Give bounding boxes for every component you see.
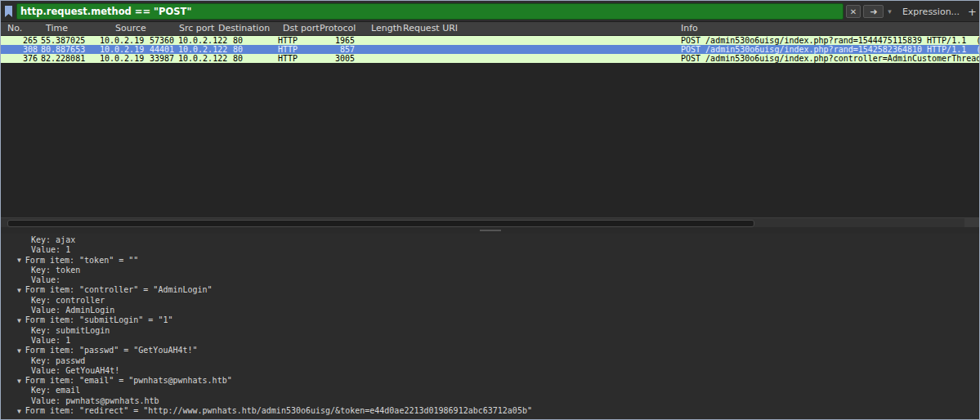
packet-cell-source: 10.0.2.19	[100, 54, 144, 63]
detail-text: Key: token	[31, 266, 80, 275]
packet-cell-length: 3005	[322, 54, 355, 63]
apply-filter-button[interactable]: ➜	[863, 5, 884, 18]
packet-cell-src_port: 44401	[140, 45, 174, 54]
expand-arrow-icon[interactable]: ▼	[17, 317, 21, 324]
detail-text: Form item: "controller" = "AdminLogin"	[25, 285, 213, 294]
packet-cell-dst_port: 80	[222, 45, 243, 54]
packet-cell-protocol: HTTP	[278, 36, 298, 45]
detail-line[interactable]: Value: AdminLogin	[1, 306, 979, 315]
detail-line[interactable]: Key: passwd	[1, 356, 979, 366]
detail-text: Value:	[31, 275, 60, 284]
detail-line[interactable]: Key: submitLogin	[1, 326, 979, 336]
detail-text: Key: ajax	[31, 235, 75, 244]
packet-list-header: No.TimeSourceSrc portDestinationDst port…	[1, 22, 979, 36]
column-header-dst-port[interactable]: Dst port	[283, 23, 320, 34]
wireshark-window: http.request.method == "POST" ✕ ➜ ▾ Expr…	[0, 0, 980, 420]
detail-text: Key: submitLogin	[31, 326, 110, 335]
column-header-length[interactable]: Length	[371, 23, 402, 34]
detail-line[interactable]: Key: ajax	[1, 235, 979, 245]
detail-text: Value: AdminLogin	[31, 306, 114, 315]
detail-text: Key: passwd	[31, 356, 85, 365]
column-header-protocol[interactable]: Protocol	[320, 23, 356, 34]
packet-cell-dst_port: 80	[222, 36, 243, 45]
clear-filter-button[interactable]: ✕	[846, 5, 861, 18]
packet-cell-no: 308	[1, 45, 38, 54]
packet-cell-time: 82.228081	[41, 54, 85, 63]
packet-cell-protocol: HTTP	[278, 54, 298, 63]
bookmark-icon[interactable]	[2, 4, 14, 19]
detail-text: Form item: "email" = "pwnhats@pwnhats.ht…	[25, 376, 232, 385]
column-header-destination[interactable]: Destination	[218, 23, 270, 34]
packet-row[interactable]: 30880.88765310.0.2.194440110.0.2.12280HT…	[1, 45, 979, 54]
packet-details-pane: Key: ajaxValue: 1▼Form item: "token" = "…	[1, 234, 979, 420]
column-header-src-port[interactable]: Src port	[179, 23, 214, 34]
filter-history-caret-icon[interactable]: ▾	[886, 7, 893, 16]
detail-text: Value: pwnhats@pwnhats.htb	[31, 396, 159, 405]
form-item-row[interactable]: ▼Form item: "token" = ""	[1, 256, 979, 266]
packet-cell-length: 1965	[322, 36, 355, 45]
packet-cell-no: 376	[1, 54, 38, 63]
expand-arrow-icon[interactable]: ▼	[17, 257, 21, 264]
display-filter-text: http.request.method == "POST"	[20, 6, 191, 17]
packet-list-pane: No.TimeSourceSrc portDestinationDst port…	[1, 22, 979, 227]
detail-line[interactable]: Value:	[1, 275, 979, 285]
scrollbar-thumb[interactable]	[7, 220, 754, 227]
detail-line[interactable]: Value: 1	[1, 245, 979, 255]
form-item-row[interactable]: ▼Form item: "redirect" = "http://www.pwn…	[1, 406, 979, 416]
column-header-time[interactable]: Time	[46, 23, 68, 34]
expand-arrow-icon[interactable]: ▼	[17, 287, 21, 294]
detail-text: Form item: "submitLogin" = "1"	[25, 315, 173, 324]
add-filter-button[interactable]: +	[967, 6, 978, 18]
column-header-source[interactable]: Source	[115, 23, 146, 34]
expression-button[interactable]: Expression...	[896, 7, 964, 17]
column-header-info[interactable]: Info	[681, 23, 698, 34]
packet-cell-info: POST /admin530o6uisg/index.php?controlle…	[681, 54, 979, 63]
packet-cell-time: 80.887653	[41, 45, 85, 54]
packet-cell-info: POST /admin530o6uisg/index.php?rand=1542…	[681, 45, 979, 54]
detail-text: Value: 1	[31, 336, 70, 345]
detail-text: Value: GetYouAH4t!	[31, 366, 119, 375]
detail-line[interactable]: Key: token	[1, 266, 979, 275]
detail-text: Key: email	[31, 386, 80, 395]
packet-cell-protocol: HTTP	[278, 45, 298, 54]
packet-cell-src_port: 57360	[140, 36, 174, 45]
filter-toolbar: http.request.method == "POST" ✕ ➜ ▾ Expr…	[1, 1, 979, 22]
expand-arrow-icon[interactable]: ▼	[17, 408, 21, 415]
detail-text: Value: 1	[31, 245, 70, 254]
detail-text: Form item: "token" = ""	[25, 256, 138, 265]
pane-splitter[interactable]	[1, 227, 979, 234]
packet-cell-info: POST /admin530o6uisg/index.php?rand=1544…	[681, 36, 979, 45]
form-item-row[interactable]: ▼Form item: "submitLogin" = "1"	[1, 315, 979, 325]
packet-row[interactable]: 37682.22808110.0.2.193398710.0.2.12280HT…	[1, 54, 979, 63]
horizontal-scrollbar[interactable]	[1, 217, 979, 227]
detail-text: Form item: "redirect" = "http://www.pwnh…	[25, 406, 532, 415]
column-header-no[interactable]: No.	[7, 23, 22, 34]
packet-cell-time: 55.387025	[41, 36, 85, 45]
packet-cell-src_port: 33987	[140, 54, 174, 63]
display-filter-input[interactable]: http.request.method == "POST"	[16, 3, 844, 20]
form-item-row[interactable]: ▼Form item: "email" = "pwnhats@pwnhats.h…	[1, 376, 979, 386]
packet-cell-destination: 10.0.2.122	[178, 45, 227, 54]
packet-cell-destination: 10.0.2.122	[178, 36, 227, 45]
expand-arrow-icon[interactable]: ▼	[17, 347, 21, 355]
splitter-handle-icon[interactable]	[480, 230, 501, 231]
detail-text: Form item: "passwd" = "GetYouAH4t!"	[25, 346, 198, 355]
detail-line[interactable]: Value: 1	[1, 336, 979, 346]
packet-cell-source: 10.0.2.19	[100, 36, 144, 45]
expand-arrow-icon[interactable]: ▼	[17, 378, 21, 385]
packet-cell-no: 265	[1, 36, 38, 45]
packet-cell-destination: 10.0.2.122	[178, 54, 227, 63]
packet-row[interactable]: 26555.38702510.0.2.195736010.0.2.12280HT…	[1, 36, 979, 45]
detail-line[interactable]: Value: GetYouAH4t!	[1, 366, 979, 376]
form-item-row[interactable]: ▼Form item: "passwd" = "GetYouAH4t!"	[1, 346, 979, 355]
packet-cell-dst_port: 80	[222, 54, 243, 63]
packet-cell-length: 857	[322, 45, 355, 54]
detail-line[interactable]: Value: pwnhats@pwnhats.htb	[1, 396, 979, 406]
detail-text: Key: controller	[31, 296, 105, 305]
scrollbar-corner	[964, 218, 979, 227]
form-item-row[interactable]: ▼Form item: "controller" = "AdminLogin"	[1, 285, 979, 295]
packet-cell-source: 10.0.2.19	[100, 45, 144, 54]
detail-line[interactable]: Key: controller	[1, 296, 979, 306]
column-header-request-uri[interactable]: Request URI	[403, 23, 458, 34]
detail-line[interactable]: Key: email	[1, 386, 979, 395]
